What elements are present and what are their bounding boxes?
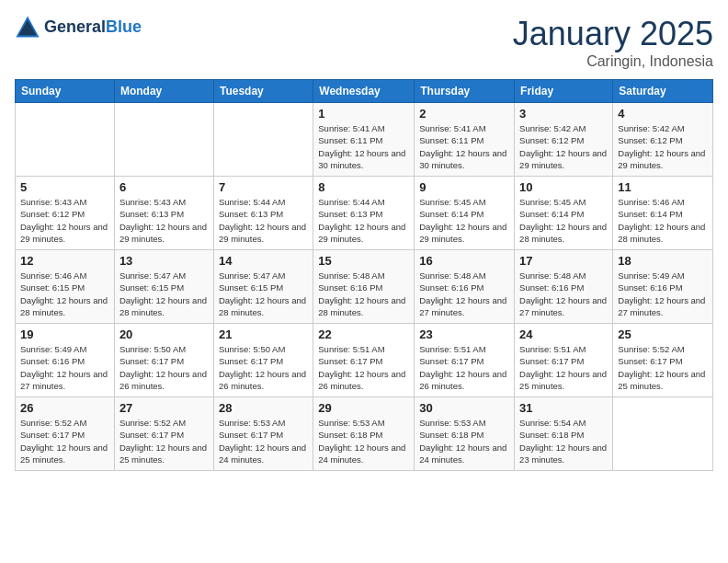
calendar-cell: 6Sunrise: 5:43 AM Sunset: 6:13 PM Daylig… bbox=[114, 177, 213, 250]
calendar-week-row: 19Sunrise: 5:49 AM Sunset: 6:16 PM Dayli… bbox=[16, 324, 713, 397]
calendar-cell bbox=[213, 103, 313, 177]
calendar-cell: 2Sunrise: 5:41 AM Sunset: 6:11 PM Daylig… bbox=[415, 103, 515, 177]
day-info: Sunrise: 5:51 AM Sunset: 6:17 PM Dayligh… bbox=[318, 343, 409, 392]
day-info: Sunrise: 5:42 AM Sunset: 6:12 PM Dayligh… bbox=[618, 122, 708, 171]
calendar-cell: 28Sunrise: 5:53 AM Sunset: 6:17 PM Dayli… bbox=[213, 397, 313, 471]
calendar-cell: 7Sunrise: 5:44 AM Sunset: 6:13 PM Daylig… bbox=[213, 177, 313, 250]
day-number: 19 bbox=[20, 327, 109, 341]
calendar-cell bbox=[16, 103, 115, 177]
calendar-cell: 14Sunrise: 5:47 AM Sunset: 6:15 PM Dayli… bbox=[213, 250, 313, 324]
day-info: Sunrise: 5:53 AM Sunset: 6:18 PM Dayligh… bbox=[419, 417, 509, 465]
day-number: 10 bbox=[519, 180, 608, 194]
day-number: 25 bbox=[618, 327, 708, 341]
day-info: Sunrise: 5:52 AM Sunset: 6:17 PM Dayligh… bbox=[618, 343, 708, 392]
day-info: Sunrise: 5:45 AM Sunset: 6:14 PM Dayligh… bbox=[519, 196, 608, 245]
day-number: 1 bbox=[318, 107, 409, 121]
day-info: Sunrise: 5:46 AM Sunset: 6:15 PM Dayligh… bbox=[20, 270, 109, 318]
weekday-header-wednesday: Wednesday bbox=[313, 80, 415, 103]
day-number: 8 bbox=[318, 180, 409, 194]
calendar-cell: 3Sunrise: 5:42 AM Sunset: 6:12 PM Daylig… bbox=[515, 103, 613, 177]
day-number: 11 bbox=[618, 180, 708, 194]
day-number: 23 bbox=[419, 327, 509, 341]
logo-icon bbox=[15, 15, 40, 40]
day-info: Sunrise: 5:41 AM Sunset: 6:11 PM Dayligh… bbox=[318, 122, 409, 171]
day-number: 31 bbox=[519, 401, 608, 415]
day-info: Sunrise: 5:49 AM Sunset: 6:16 PM Dayligh… bbox=[20, 343, 109, 392]
month-year-title: January 2025 bbox=[513, 15, 713, 53]
day-number: 17 bbox=[519, 254, 608, 268]
weekday-header-thursday: Thursday bbox=[415, 80, 515, 103]
day-number: 30 bbox=[419, 401, 509, 415]
day-number: 15 bbox=[318, 254, 409, 268]
day-info: Sunrise: 5:54 AM Sunset: 6:18 PM Dayligh… bbox=[519, 417, 608, 465]
day-number: 27 bbox=[119, 401, 209, 415]
day-info: Sunrise: 5:41 AM Sunset: 6:11 PM Dayligh… bbox=[419, 122, 509, 171]
calendar-cell: 23Sunrise: 5:51 AM Sunset: 6:17 PM Dayli… bbox=[415, 324, 515, 397]
day-number: 24 bbox=[519, 327, 608, 341]
logo-text-general: General bbox=[44, 17, 106, 36]
calendar-cell: 8Sunrise: 5:44 AM Sunset: 6:13 PM Daylig… bbox=[313, 177, 415, 250]
logo-text-blue: Blue bbox=[106, 17, 142, 36]
day-info: Sunrise: 5:51 AM Sunset: 6:17 PM Dayligh… bbox=[519, 343, 608, 392]
calendar-week-row: 1Sunrise: 5:41 AM Sunset: 6:11 PM Daylig… bbox=[16, 103, 713, 177]
calendar-cell: 18Sunrise: 5:49 AM Sunset: 6:16 PM Dayli… bbox=[613, 250, 713, 324]
day-number: 2 bbox=[419, 107, 509, 121]
calendar-cell: 13Sunrise: 5:47 AM Sunset: 6:15 PM Dayli… bbox=[114, 250, 213, 324]
weekday-header-tuesday: Tuesday bbox=[213, 80, 313, 103]
day-number: 7 bbox=[219, 180, 308, 194]
calendar-cell: 4Sunrise: 5:42 AM Sunset: 6:12 PM Daylig… bbox=[613, 103, 713, 177]
day-info: Sunrise: 5:52 AM Sunset: 6:17 PM Dayligh… bbox=[119, 417, 209, 465]
calendar-cell: 16Sunrise: 5:48 AM Sunset: 6:16 PM Dayli… bbox=[415, 250, 515, 324]
calendar-cell: 31Sunrise: 5:54 AM Sunset: 6:18 PM Dayli… bbox=[515, 397, 613, 471]
calendar-cell: 5Sunrise: 5:43 AM Sunset: 6:12 PM Daylig… bbox=[16, 177, 115, 250]
calendar-cell: 25Sunrise: 5:52 AM Sunset: 6:17 PM Dayli… bbox=[613, 324, 713, 397]
calendar-cell: 12Sunrise: 5:46 AM Sunset: 6:15 PM Dayli… bbox=[16, 250, 115, 324]
calendar-cell: 17Sunrise: 5:48 AM Sunset: 6:16 PM Dayli… bbox=[515, 250, 613, 324]
day-info: Sunrise: 5:53 AM Sunset: 6:18 PM Dayligh… bbox=[318, 417, 409, 465]
weekday-header-monday: Monday bbox=[114, 80, 213, 103]
day-info: Sunrise: 5:42 AM Sunset: 6:12 PM Dayligh… bbox=[519, 122, 608, 171]
day-info: Sunrise: 5:48 AM Sunset: 6:16 PM Dayligh… bbox=[519, 270, 608, 318]
page-header: GeneralBlue January 2025 Caringin, Indon… bbox=[15, 15, 713, 70]
calendar-week-row: 12Sunrise: 5:46 AM Sunset: 6:15 PM Dayli… bbox=[16, 250, 713, 324]
day-info: Sunrise: 5:49 AM Sunset: 6:16 PM Dayligh… bbox=[618, 270, 708, 318]
day-info: Sunrise: 5:45 AM Sunset: 6:14 PM Dayligh… bbox=[419, 196, 509, 245]
calendar-cell: 15Sunrise: 5:48 AM Sunset: 6:16 PM Dayli… bbox=[313, 250, 415, 324]
day-number: 4 bbox=[618, 107, 708, 121]
day-number: 21 bbox=[219, 327, 308, 341]
location-subtitle: Caringin, Indonesia bbox=[513, 53, 713, 70]
day-number: 3 bbox=[519, 107, 608, 121]
day-info: Sunrise: 5:50 AM Sunset: 6:17 PM Dayligh… bbox=[119, 343, 209, 392]
day-number: 14 bbox=[219, 254, 308, 268]
logo: GeneralBlue bbox=[15, 15, 142, 40]
calendar-cell: 9Sunrise: 5:45 AM Sunset: 6:14 PM Daylig… bbox=[415, 177, 515, 250]
day-info: Sunrise: 5:52 AM Sunset: 6:17 PM Dayligh… bbox=[20, 417, 109, 465]
day-number: 16 bbox=[419, 254, 509, 268]
day-number: 13 bbox=[119, 254, 209, 268]
day-info: Sunrise: 5:48 AM Sunset: 6:16 PM Dayligh… bbox=[419, 270, 509, 318]
calendar-cell: 10Sunrise: 5:45 AM Sunset: 6:14 PM Dayli… bbox=[515, 177, 613, 250]
day-number: 18 bbox=[618, 254, 708, 268]
day-info: Sunrise: 5:43 AM Sunset: 6:13 PM Dayligh… bbox=[119, 196, 209, 245]
calendar-cell: 30Sunrise: 5:53 AM Sunset: 6:18 PM Dayli… bbox=[415, 397, 515, 471]
calendar-cell bbox=[114, 103, 213, 177]
calendar-cell: 1Sunrise: 5:41 AM Sunset: 6:11 PM Daylig… bbox=[313, 103, 415, 177]
day-number: 22 bbox=[318, 327, 409, 341]
calendar-cell: 26Sunrise: 5:52 AM Sunset: 6:17 PM Dayli… bbox=[16, 397, 115, 471]
calendar-cell: 11Sunrise: 5:46 AM Sunset: 6:14 PM Dayli… bbox=[613, 177, 713, 250]
day-number: 26 bbox=[20, 401, 109, 415]
day-info: Sunrise: 5:44 AM Sunset: 6:13 PM Dayligh… bbox=[318, 196, 409, 245]
calendar-cell: 21Sunrise: 5:50 AM Sunset: 6:17 PM Dayli… bbox=[213, 324, 313, 397]
day-info: Sunrise: 5:53 AM Sunset: 6:17 PM Dayligh… bbox=[219, 417, 308, 465]
calendar-cell: 20Sunrise: 5:50 AM Sunset: 6:17 PM Dayli… bbox=[114, 324, 213, 397]
day-number: 5 bbox=[20, 180, 109, 194]
weekday-header-saturday: Saturday bbox=[613, 80, 713, 103]
calendar-cell bbox=[613, 397, 713, 471]
day-info: Sunrise: 5:44 AM Sunset: 6:13 PM Dayligh… bbox=[219, 196, 308, 245]
day-number: 9 bbox=[419, 180, 509, 194]
day-info: Sunrise: 5:50 AM Sunset: 6:17 PM Dayligh… bbox=[219, 343, 308, 392]
calendar-week-row: 26Sunrise: 5:52 AM Sunset: 6:17 PM Dayli… bbox=[16, 397, 713, 471]
calendar-week-row: 5Sunrise: 5:43 AM Sunset: 6:12 PM Daylig… bbox=[16, 177, 713, 250]
day-number: 29 bbox=[318, 401, 409, 415]
day-info: Sunrise: 5:43 AM Sunset: 6:12 PM Dayligh… bbox=[20, 196, 109, 245]
